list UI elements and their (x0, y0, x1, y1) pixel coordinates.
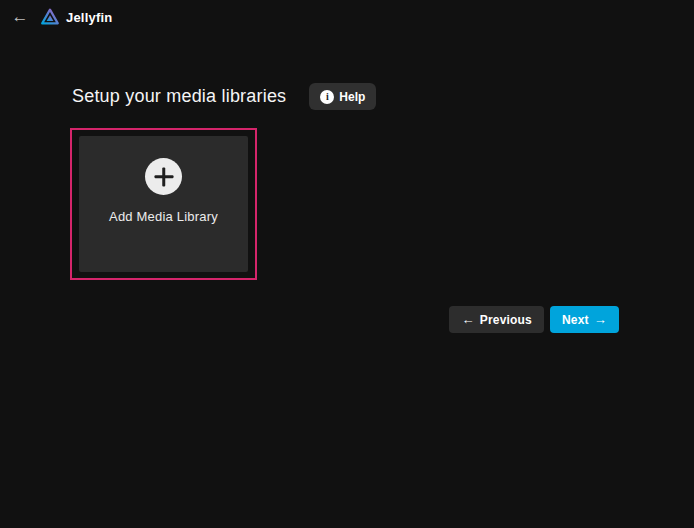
app-brand: Jellyfin (40, 7, 112, 27)
jellyfin-setup-wizard-screen: ← Jellyfin Setup your media libraries i … (0, 0, 694, 528)
add-circle-icon (145, 158, 182, 195)
next-button[interactable]: Next → (550, 306, 619, 333)
add-library-label: Add Media Library (109, 209, 218, 224)
add-library-focus-ring: Add Media Library (70, 128, 257, 280)
arrow-left-icon: ← (12, 7, 29, 26)
add-media-library-card[interactable]: Add Media Library (79, 136, 248, 272)
page-title: Setup your media libraries (72, 86, 286, 107)
jellyfin-logo-icon (40, 7, 60, 27)
arrow-left-icon: ← (461, 313, 474, 326)
help-button-label: Help (339, 90, 365, 104)
top-bar: ← Jellyfin (0, 0, 694, 34)
arrow-right-icon: → (594, 313, 607, 326)
heading-row: Setup your media libraries i Help (72, 83, 376, 110)
previous-button[interactable]: ← Previous (449, 306, 544, 333)
help-button[interactable]: i Help (309, 83, 376, 110)
app-title: Jellyfin (66, 10, 112, 25)
wizard-nav: ← Previous Next → (449, 306, 619, 333)
previous-button-label: Previous (480, 313, 532, 327)
next-button-label: Next (562, 313, 589, 327)
back-button[interactable]: ← (6, 3, 34, 31)
info-icon: i (320, 90, 334, 104)
